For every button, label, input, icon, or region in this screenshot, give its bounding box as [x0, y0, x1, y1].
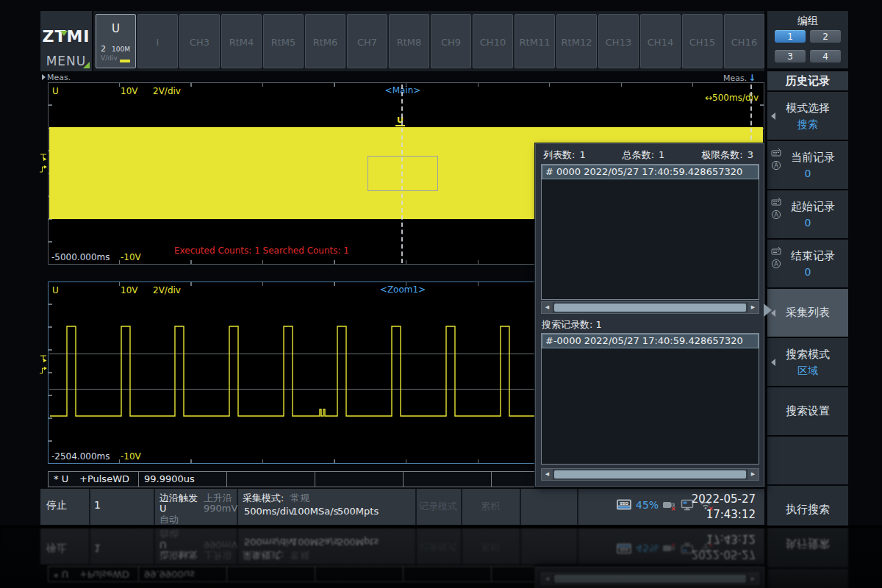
scroll-right-button[interactable]: ▶: [747, 469, 759, 480]
channel-tab-rtm6[interactable]: RtM6: [305, 14, 345, 68]
group-button-1[interactable]: 1: [775, 30, 806, 43]
group-panel: 编组 1 2 3 4: [767, 11, 848, 68]
group-button-4[interactable]: 4: [810, 50, 841, 62]
acq-mode-label[interactable]: 采集模式:: [243, 492, 284, 505]
sidebar-item-start-record[interactable]: A 起始记录 0: [767, 190, 848, 238]
limit-count-label: 极限条数:: [701, 149, 742, 160]
h-scrollbar[interactable]: ◀ ▶: [541, 468, 759, 481]
scroll-left-button[interactable]: ◀: [542, 469, 553, 480]
vdiv-label: 2V/div: [153, 86, 181, 96]
range-label: 10V: [121, 86, 137, 96]
run-state-indicator[interactable]: 停止: [46, 499, 67, 512]
meas-flag-right: Meas.↓: [723, 73, 756, 83]
scroll-left-button[interactable]: ◀: [542, 302, 553, 313]
sidebar-item-execute-search[interactable]: 执行搜索: [767, 486, 848, 526]
meas-flag-left: Meas.: [42, 73, 71, 82]
arrow-down-icon: ↓: [748, 73, 756, 83]
range-label: 10V: [121, 285, 137, 295]
usb-disconnected-icon: ×: [662, 499, 677, 511]
waveform-color-indicator: [120, 60, 130, 62]
app-stage: ZTMI MENU U 2 V/div 100M I CH3 RtM4 RtM5…: [0, 528, 882, 588]
sidebar-item-end-record[interactable]: A 结束记录 0: [767, 240, 848, 287]
acq-record-length: 500Mpts: [337, 506, 379, 517]
tab-bandwidth: 100M: [112, 46, 130, 53]
list-row[interactable]: #-0000 2022/05/27 17:40:59.428657320: [542, 334, 759, 348]
brand-logo: ZTMI: [40, 27, 92, 46]
group-button-2[interactable]: 2: [810, 30, 841, 43]
cell-divider: [154, 489, 155, 525]
cell-divider: [491, 472, 492, 487]
scroll-thumb[interactable]: [554, 304, 746, 312]
channel-tab-ch15[interactable]: CH15: [682, 14, 723, 68]
channel-tab-ch9[interactable]: CH9: [431, 14, 471, 68]
channel-tab-rtm12[interactable]: RtM12: [556, 14, 597, 68]
time-offset-label: -2504.000ms: [51, 451, 110, 462]
cell-divider: [520, 489, 521, 525]
accumulate-button[interactable]: 累积: [462, 500, 518, 513]
svg-text:SSD: SSD: [620, 548, 629, 552]
list-row[interactable]: # 0000 2022/05/27 17:40:59.428657320: [542, 165, 759, 179]
channel-tab-rtm4[interactable]: RtM4: [221, 14, 262, 68]
record-mode-button[interactable]: 记录模式: [417, 500, 459, 513]
list-count-label: 列表数:: [543, 149, 575, 160]
h-scrollbar[interactable]: ◀ ▶: [541, 301, 759, 314]
dialog-header: 列表数:1 总条数:1 极限条数:3: [543, 148, 753, 162]
search-result-list[interactable]: #-0000 2022/05/27 17:40:59.428657320: [541, 333, 759, 465]
channel-label: U: [52, 86, 59, 96]
trigger-level-marker-icon: [39, 153, 48, 162]
measure-source: * U: [54, 473, 68, 484]
sidebar-item-search-settings[interactable]: 搜索设置: [767, 387, 848, 435]
total-count-label: 总条数:: [623, 149, 654, 160]
sidebar-item-current-record[interactable]: A 当前记录 0: [767, 141, 848, 189]
cell-divider: [138, 472, 139, 487]
scroll-thumb[interactable]: [554, 470, 746, 478]
channel-tab-ch10[interactable]: CH10: [473, 14, 513, 68]
channel-tab-rtm8[interactable]: RtM8: [389, 14, 429, 68]
time-offset-label: -5000.000ms: [51, 252, 110, 262]
trigger-level: 990mV: [204, 503, 237, 514]
glass-reflection: ZTMI MENU U 2 V/div 100M I CH3 RtM4 RtM5…: [0, 528, 882, 588]
ssd-icon: SSD: [616, 498, 632, 511]
cell-divider: [226, 472, 227, 487]
cell-divider: [89, 489, 90, 525]
trigger-level-marker-icon: [39, 354, 48, 364]
scroll-right-button[interactable]: ▶: [747, 302, 759, 313]
sidebar-item-mode-select[interactable]: 模式选择 搜索: [767, 92, 848, 140]
volt-offset-label: -10V: [121, 451, 141, 462]
channel-tab-ch16[interactable]: CH16: [724, 14, 764, 68]
tab-scale: 2: [101, 44, 106, 54]
sidebar-item-acq-list[interactable]: 采集列表: [767, 289, 848, 337]
channel-tab-strip: U 2 V/div 100M I CH3 RtM4 RtM5 RtM6 CH7 …: [93, 11, 764, 71]
channel-tab-rtm5[interactable]: RtM5: [263, 14, 304, 68]
sidebar-item-empty: [767, 437, 848, 484]
group-button-3[interactable]: 3: [775, 50, 806, 62]
cell-divider: [577, 489, 578, 525]
volt-offset-label: -10V: [121, 252, 141, 262]
acq-mode-value: 常规: [290, 492, 309, 505]
channel-tab-ch7[interactable]: CH7: [347, 14, 387, 68]
trigger-source: U: [159, 503, 167, 514]
svg-text:×: ×: [671, 543, 676, 549]
channel-tab-ch14[interactable]: CH14: [640, 14, 681, 68]
sidebar-item-search-mode[interactable]: 搜索模式 区域: [767, 338, 848, 386]
time-label: 17:43:12: [692, 507, 756, 523]
measure-item: +PulseWD: [79, 473, 129, 484]
acq-sample-rate: 100MSa/s: [292, 506, 338, 517]
channel-tab-ch13[interactable]: CH13: [598, 14, 639, 68]
channel-tab-rtm11[interactable]: RtM11: [514, 14, 555, 68]
group-panel-title: 编组: [767, 15, 848, 28]
window-title: <Zoom1>: [348, 284, 458, 295]
total-count-value: 1: [659, 149, 664, 160]
edge-marker-icon: [39, 366, 48, 376]
search-zone-box[interactable]: [368, 156, 438, 191]
status-bar: 停止 1 边沿触发 U 自动 上升沿 990mV 采集模式: 常规 500ms/…: [40, 489, 764, 525]
acquisition-list[interactable]: # 0000 2022/05/27 17:40:59.428657320: [541, 164, 759, 300]
flag-right-icon: [42, 74, 46, 80]
channel-tab-i[interactable]: I: [137, 14, 178, 68]
menu-corner-icon: [83, 62, 90, 68]
list-count-value: 1: [579, 149, 585, 160]
channel-tab-u[interactable]: U 2 V/div 100M: [96, 14, 136, 68]
search-count-line: 搜索记录数: 1: [542, 318, 602, 331]
tab-unit: V/div: [101, 54, 118, 62]
channel-tab-ch3[interactable]: CH3: [179, 14, 220, 68]
